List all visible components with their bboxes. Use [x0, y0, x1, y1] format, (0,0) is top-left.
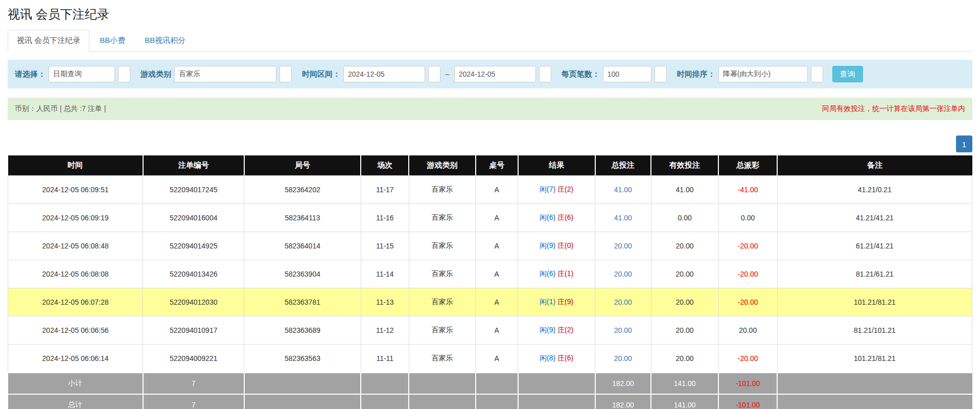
- result-banker: 庄(1): [557, 269, 573, 278]
- cell-bet-id: 522094009221: [143, 345, 244, 373]
- header-table-no: 桌号: [476, 155, 518, 176]
- total-total-bet: 182.00: [595, 394, 651, 409]
- total-bet-link[interactable]: 20.00: [614, 242, 632, 250]
- result-banker: 庄(9): [557, 298, 573, 306]
- result-player: 闲(9): [540, 241, 555, 249]
- result-player: 闲(6): [540, 213, 555, 221]
- cell-table-no: A: [476, 204, 518, 232]
- cell-round-id: 582363689: [244, 316, 361, 345]
- cell-note: 61.21/41.21: [777, 232, 972, 260]
- result-player: 闲(7): [540, 185, 555, 193]
- date-to-picker-button[interactable]: [539, 66, 551, 82]
- page-1-button[interactable]: 1: [956, 135, 972, 152]
- date-from-input[interactable]: [343, 66, 425, 82]
- tab-bb-video-points[interactable]: BB视讯积分: [135, 30, 195, 52]
- filter-bar: 请选择： 游戏类别 时间区间： ~ 每页笔数： 时间排序： 查询: [8, 60, 972, 88]
- search-button[interactable]: 查询: [832, 66, 863, 82]
- per-page-label: 每页笔数：: [562, 70, 600, 79]
- cell-bet-id: 522094017245: [143, 176, 244, 204]
- cell-empty: [361, 394, 409, 409]
- tab-betting-records[interactable]: 视讯 会员下注纪录: [8, 30, 89, 52]
- header-game-type: 游戏类别: [409, 155, 475, 176]
- cell-note: 101.21/81.21: [777, 345, 972, 373]
- total-bet-link[interactable]: 41.00: [614, 214, 632, 222]
- total-bet-link[interactable]: 20.00: [614, 270, 632, 278]
- result-banker: 庄(2): [557, 185, 573, 193]
- cell-session: 11-16: [361, 204, 409, 232]
- cell-total-bet: 41.00: [595, 176, 651, 204]
- cell-game-type: 百家乐: [409, 288, 475, 316]
- cell-game-type: 百家乐: [409, 316, 475, 345]
- cell-valid-bet: 0.00: [651, 204, 718, 232]
- cell-empty: [409, 373, 475, 394]
- cell-empty: [777, 394, 972, 409]
- cell-empty: [244, 373, 361, 394]
- cell-result: 闲(9) 庄(2): [518, 316, 595, 345]
- cell-table-no: A: [476, 176, 518, 204]
- subtotal-count: 7: [143, 373, 244, 394]
- header-valid-bet: 有效投注: [651, 155, 718, 176]
- cell-empty: [777, 373, 972, 394]
- result-banker: 庄(2): [557, 326, 573, 334]
- total-payout: -101.00: [718, 394, 777, 409]
- subtotal-total-bet: 182.00: [595, 373, 651, 394]
- table-row: 2024-12-05 06:08:08522094013426582363904…: [8, 260, 972, 288]
- game-type-dropdown-button[interactable]: [279, 66, 292, 82]
- header-total-bet: 总投注: [595, 155, 651, 176]
- per-page-input[interactable]: [603, 66, 651, 82]
- table-header: 时间 注单编号 局号 场次 游戏类别 桌号 结果 总投注 有效投注 总派彩 备注: [8, 155, 972, 176]
- subtotal-label: 小计: [8, 373, 143, 394]
- total-bet-link[interactable]: 20.00: [614, 298, 632, 306]
- cell-empty: [518, 394, 595, 409]
- time-sort-label: 时间排序：: [677, 70, 715, 79]
- date-to-input[interactable]: [454, 66, 536, 82]
- total-bet-link[interactable]: 41.00: [614, 186, 632, 194]
- total-bet-link[interactable]: 20.00: [614, 326, 632, 334]
- cell-total-bet: 20.00: [595, 232, 651, 260]
- cell-round-id: 582363781: [244, 288, 361, 316]
- table-footer: 小计 7 182.00 141.00 -101.00 总计 7: [8, 373, 972, 409]
- cell-session: 11-13: [361, 288, 409, 316]
- date-range-separator: ~: [444, 70, 451, 79]
- subtotal-row: 小计 7 182.00 141.00 -101.00: [8, 373, 972, 394]
- cell-note: 81.21/101.21: [777, 316, 972, 345]
- total-bet-link[interactable]: 20.00: [614, 354, 632, 362]
- cell-session: 11-17: [361, 176, 409, 204]
- table-row: 2024-12-05 06:06:14522094009221582363563…: [8, 345, 972, 373]
- subtotal-payout: -101.00: [718, 373, 777, 394]
- result-banker: 庄(6): [557, 213, 573, 221]
- cell-payout: -20.00: [718, 232, 777, 260]
- tab-bb-tips[interactable]: BB小费: [90, 30, 134, 52]
- cell-result: 闲(6) 庄(1): [518, 260, 595, 288]
- total-valid-bet: 141.00: [651, 394, 718, 409]
- cell-time: 2024-12-05 06:06:14: [8, 345, 143, 373]
- cell-session: 11-11: [361, 345, 409, 373]
- cell-game-type: 百家乐: [409, 176, 475, 204]
- game-type-input[interactable]: [174, 66, 276, 82]
- cell-valid-bet: 41.00: [651, 176, 718, 204]
- per-page-dropdown-button[interactable]: [655, 66, 667, 82]
- date-range-label: 时间区间：: [302, 70, 340, 79]
- time-sort-input[interactable]: [718, 66, 808, 82]
- time-sort-dropdown-button[interactable]: [811, 66, 823, 82]
- cell-valid-bet: 20.00: [651, 260, 718, 288]
- query-type-input[interactable]: [49, 66, 115, 82]
- cell-bet-id: 522094013426: [143, 260, 244, 288]
- summary-bar: 币别：人民币 | 总共 :7 注单 | 同局有效投注，统一计算在该局第一张注单内: [8, 98, 972, 120]
- page: 视讯 会员下注纪录 视讯 会员下注纪录 BB小费 BB视讯积分 请选择： 游戏类…: [0, 0, 980, 409]
- table-row: 2024-12-05 06:09:19522094016004582364113…: [8, 204, 972, 232]
- date-from-picker-button[interactable]: [428, 66, 440, 82]
- cell-empty: [409, 394, 475, 409]
- cell-total-bet: 20.00: [595, 345, 651, 373]
- cell-payout: 20.00: [718, 316, 777, 345]
- tab-bar: 视讯 会员下注纪录 BB小费 BB视讯积分: [8, 30, 972, 52]
- total-count: 7: [143, 394, 244, 409]
- cell-time: 2024-12-05 06:08:48: [8, 232, 143, 260]
- query-type-dropdown-button[interactable]: [118, 66, 130, 82]
- cell-note: 81.21/61.21: [777, 260, 972, 288]
- cell-result: 闲(7) 庄(2): [518, 176, 595, 204]
- header-bet-id: 注单编号: [143, 155, 244, 176]
- cell-valid-bet: 20.00: [651, 288, 718, 316]
- cell-payout: 0.00: [718, 204, 777, 232]
- cell-session: 11-14: [361, 260, 409, 288]
